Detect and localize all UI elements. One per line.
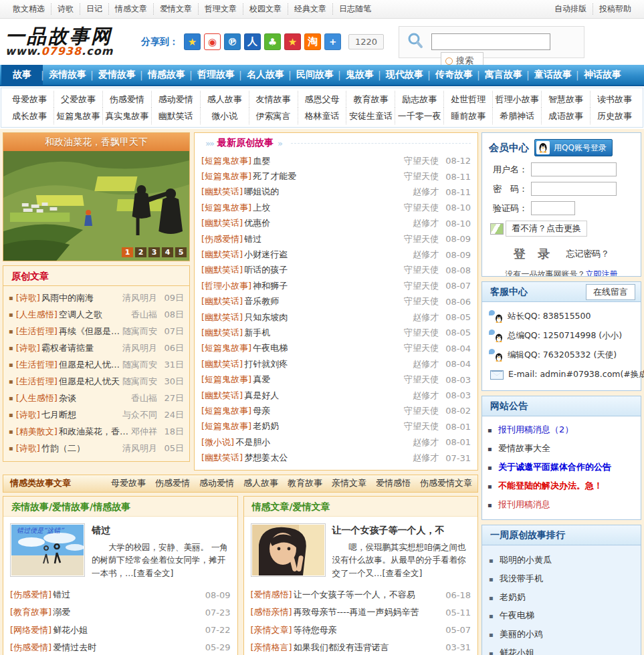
story-category-link[interactable]: 幽默笑话	[201, 311, 243, 323]
subnav-link[interactable]: 哲理小故事	[496, 94, 539, 104]
story-title-link[interactable]: 血婴	[253, 155, 270, 167]
story-category-link[interactable]: 伤感爱情	[201, 233, 243, 245]
nav-item[interactable]: 现代故事	[380, 65, 429, 85]
subnav-link[interactable]: 母爱故事	[12, 94, 47, 104]
article-title-link[interactable]: 再致母亲节----再道一声妈妈辛苦	[294, 606, 419, 618]
story-title-link[interactable]: 真爱	[253, 374, 270, 386]
story-title-link[interactable]: 错过	[244, 233, 261, 245]
subnav-link[interactable]: 伤感爱情	[110, 94, 144, 104]
nav-item[interactable]: 童话故事	[528, 65, 578, 85]
topbar-link[interactable]: 日志随笔	[339, 4, 371, 13]
article-title-link[interactable]: 空调人之歌	[59, 309, 102, 321]
story-title-link[interactable]: 小财迷行盗	[244, 249, 288, 261]
story-title-link[interactable]: 优惠价	[244, 217, 270, 229]
ranking-story-link[interactable]: 午夜电梯	[500, 610, 534, 620]
subnav-link[interactable]: 历史故事	[597, 111, 632, 121]
story-category-link[interactable]: 哲理小故事	[201, 280, 251, 292]
nav-item[interactable]: 寓言故事	[479, 65, 528, 85]
read-more-link[interactable]: [查看全文]	[134, 568, 174, 578]
qq-chat-icon[interactable]	[489, 330, 505, 343]
subnav-link[interactable]: 真实鬼故事	[105, 111, 148, 121]
nav-item[interactable]: 情感故事	[142, 65, 191, 85]
article-category-link[interactable]: 亲情文章	[251, 624, 292, 636]
article-category-link[interactable]: 伤感爱情	[10, 589, 51, 601]
article-title-link[interactable]: 再续《但愿是杞人忧	[59, 325, 122, 338]
nav-item[interactable]: 爱情故事	[92, 65, 142, 85]
article-category-link[interactable]: 感悟亲情	[251, 606, 292, 618]
subnav-link[interactable]: 智慧故事	[548, 94, 583, 104]
subnav-link[interactable]: 格林童话	[304, 111, 339, 121]
username-field[interactable]	[531, 162, 617, 176]
article-title-link[interactable]: 风雨中的南海	[41, 292, 94, 304]
article-category-link[interactable]: 生活哲理	[16, 359, 58, 371]
slider-page-button[interactable]: 4	[162, 247, 173, 257]
article-title-link[interactable]: 霸权者请掂量	[41, 342, 94, 354]
captcha-image[interactable]	[490, 223, 504, 235]
subnav-link[interactable]: 安徒生童话	[349, 111, 393, 121]
read-more-link[interactable]: [查看全文]	[383, 568, 423, 578]
subnav-link[interactable]: 伊索寓言	[256, 111, 291, 121]
article-category-link[interactable]: 人生感悟	[16, 309, 58, 321]
story-title-link[interactable]: 不是胆小	[235, 436, 270, 448]
story-category-link[interactable]: 幽默笑话	[201, 217, 243, 229]
subnav-link[interactable]: 一千零一夜	[398, 111, 441, 121]
ranking-story-link[interactable]: 我没带手机	[500, 573, 543, 583]
article-title-link[interactable]: 如果我们都没有违背诺言	[294, 642, 389, 654]
ranking-story-link[interactable]: 聪明的小黄瓜	[500, 555, 552, 565]
qq-chat-icon[interactable]	[489, 310, 505, 323]
search-button[interactable]: 搜索	[441, 52, 484, 66]
story-title-link[interactable]: 真是好人	[244, 390, 279, 402]
nav-item[interactable]: 民间故事	[290, 65, 340, 85]
topbar-link[interactable]: 情感文章	[115, 4, 147, 13]
captcha-refresh-button[interactable]: 看不清？点击更换	[506, 221, 587, 237]
story-category-link[interactable]: 幽默笑话	[201, 295, 243, 307]
article-title-link[interactable]: 鲜花小姐	[53, 624, 88, 636]
featured-title[interactable]: 错过	[92, 525, 231, 537]
article-category-link[interactable]: 诗歌	[16, 342, 40, 354]
slider-page-button[interactable]: 3	[148, 247, 160, 257]
emotion-section-link[interactable]: 伤感爱情	[155, 478, 190, 488]
article-category-link[interactable]: 生活哲理	[16, 376, 58, 388]
subnav-link[interactable]: 励志故事	[402, 94, 437, 104]
article-category-link[interactable]: 生活哲理	[16, 325, 58, 338]
featured-title[interactable]: 让一个女孩子等一个人，不	[332, 525, 471, 537]
story-category-link[interactable]: 幽默笑话	[201, 390, 243, 402]
story-category-link[interactable]: 幽默笑话	[201, 249, 243, 261]
subnav-link[interactable]: 处世哲理	[451, 94, 486, 104]
story-category-link[interactable]: 幽默笑话	[201, 264, 243, 276]
story-title-link[interactable]: 哪姐说的	[244, 186, 279, 198]
story-title-link[interactable]: 听话的孩子	[244, 264, 288, 276]
photo-slider[interactable]: 和政油菜花，香飘甲天下	[3, 132, 190, 261]
featured-thumbnail[interactable]: 错过便是“这错”	[10, 523, 85, 577]
nav-item[interactable]: 神话故事	[578, 65, 627, 85]
emotion-section-link[interactable]: 亲情文章	[332, 478, 366, 488]
article-title-link[interactable]: 溺爱	[53, 606, 70, 618]
slider-page-button[interactable]: 5	[175, 247, 187, 257]
slider-page-button[interactable]: 2	[135, 247, 146, 257]
subnav-link[interactable]: 读书故事	[597, 94, 632, 104]
article-title-link[interactable]: 让一个女孩子等一个人，不容易	[294, 589, 415, 601]
story-category-link[interactable]: 短篇鬼故事	[201, 405, 251, 417]
qq-login-button[interactable]: 用QQ账号登录	[534, 139, 613, 156]
article-title-link[interactable]: 七月断想	[41, 409, 76, 421]
story-title-link[interactable]: 梦想姜太公	[244, 452, 288, 464]
article-category-link[interactable]: 爱情感悟	[251, 589, 292, 601]
article-title-link[interactable]: 错过	[53, 589, 70, 601]
subnav-link[interactable]: 短篇鬼故事	[56, 111, 100, 121]
story-category-link[interactable]: 幽默笑话	[201, 358, 243, 370]
article-category-link[interactable]: 诗歌	[16, 409, 40, 421]
share-icon[interactable]: ★	[184, 33, 201, 50]
story-title-link[interactable]: 午夜电梯	[253, 342, 288, 354]
slider-page-button[interactable]: 1	[122, 247, 133, 257]
ranking-story-link[interactable]: 老奶奶	[500, 592, 526, 602]
ranking-story-link[interactable]: 美丽的小鸡	[500, 629, 543, 639]
topbar-right-link[interactable]: 自动排版	[554, 4, 586, 13]
nav-item[interactable]: 传奇故事	[429, 65, 479, 85]
story-category-link[interactable]: 微小说	[201, 436, 234, 448]
story-category-link[interactable]: 短篇鬼故事	[201, 170, 251, 182]
topbar-link[interactable]: 校园文章	[249, 4, 282, 13]
subnav-link[interactable]: 睡前故事	[451, 111, 486, 121]
subnav-link[interactable]: 感人故事	[207, 94, 242, 104]
emotion-section-link[interactable]: 教育故事	[288, 478, 322, 488]
story-category-link[interactable]: 幽默笑话	[201, 186, 243, 198]
